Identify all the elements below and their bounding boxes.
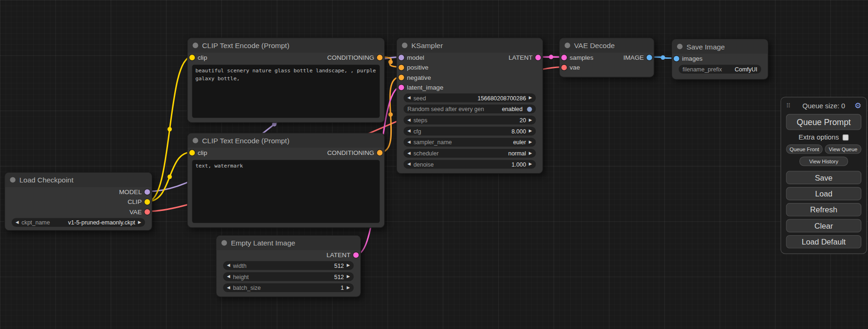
decrement-arrow-icon[interactable]: ◀	[408, 129, 411, 133]
node-title-bar: Save Image	[672, 39, 768, 54]
queue-prompt-button[interactable]: Queue Prompt	[786, 114, 861, 130]
load-default-button[interactable]: Load Default	[786, 235, 861, 248]
collapse-dot-icon[interactable]	[565, 42, 570, 48]
input-port-model: model	[399, 54, 424, 61]
input-port-dot[interactable]	[189, 55, 195, 60]
collapse-dot-icon[interactable]	[193, 42, 198, 48]
collapse-dot-icon[interactable]	[677, 44, 683, 49]
queue-front-button[interactable]: Queue Front	[786, 144, 823, 154]
increment-arrow-icon[interactable]: ▶	[529, 129, 532, 133]
input-port-dot[interactable]	[189, 150, 195, 155]
widget-denoise[interactable]: ◀denoise1.000▶	[403, 160, 536, 169]
widget-seed[interactable]: ◀seed156680208700286▶	[403, 93, 536, 102]
node-save-image[interactable]: Save Imageimagesfilename_prefixComfyUI	[671, 39, 768, 80]
output-port-IMAGE: IMAGE	[623, 54, 652, 61]
node-ksampler[interactable]: KSamplermodelLATENTpositivenegativelaten…	[396, 38, 543, 174]
widget-scheduler[interactable]: ◀schedulernormal▶	[403, 149, 536, 158]
node-empty-latent-image[interactable]: Empty Latent ImageLATENT◀width512▶◀heigh…	[216, 235, 361, 297]
view-queue-button[interactable]: View Queue	[825, 144, 861, 154]
node-vae-decode[interactable]: VAE DecodesamplesIMAGEvae	[559, 38, 654, 77]
input-port-dot[interactable]	[561, 65, 567, 70]
input-port-dot[interactable]	[399, 65, 404, 70]
widget-steps[interactable]: ◀steps20▶	[403, 116, 536, 125]
decrement-arrow-icon[interactable]: ◀	[408, 162, 411, 167]
input-port-dot[interactable]	[674, 56, 679, 62]
decrement-arrow-icon[interactable]: ◀	[227, 274, 230, 279]
drag-handle-icon[interactable]: ⠿	[786, 102, 791, 109]
widget-filename_prefix[interactable]: filename_prefixComfyUI	[679, 65, 762, 74]
output-port-label: CLIP	[127, 199, 141, 205]
collapse-dot-icon[interactable]	[10, 177, 15, 182]
output-port-dot[interactable]	[353, 252, 359, 258]
widget-Random seed after every gen[interactable]: Random seed after every genenabled	[403, 105, 536, 113]
increment-arrow-icon[interactable]: ▶	[346, 286, 350, 290]
port-row: modelLATENT	[397, 53, 543, 63]
decrement-arrow-icon[interactable]: ◀	[408, 140, 411, 144]
input-port-label: images	[682, 56, 703, 62]
increment-arrow-icon[interactable]: ▶	[346, 274, 350, 279]
input-port-label: samples	[570, 54, 593, 61]
input-port-dot[interactable]	[399, 84, 404, 90]
widget-sampler_name[interactable]: ◀sampler_nameeuler▶	[403, 138, 536, 147]
collapse-dot-icon[interactable]	[193, 138, 198, 143]
node-clip-text-encode-negative[interactable]: CLIP Text Encode (Prompt)clipCONDITIONIN…	[187, 133, 385, 228]
increment-arrow-icon[interactable]: ▶	[529, 151, 532, 155]
decrement-arrow-icon[interactable]: ◀	[227, 264, 230, 268]
increment-arrow-icon[interactable]: ▶	[529, 140, 532, 144]
save-button[interactable]: Save	[786, 171, 861, 184]
widget-batch_size[interactable]: ◀batch_size1▶	[223, 283, 354, 292]
prompt-textarea[interactable]: beautiful scenery nature glass bottle la…	[192, 65, 380, 118]
output-port-dot[interactable]	[647, 55, 652, 60]
widget-width[interactable]: ◀width512▶	[223, 261, 354, 270]
collapse-dot-icon[interactable]	[402, 42, 408, 48]
node-clip-text-encode-positive[interactable]: CLIP Text Encode (Prompt)clipCONDITIONIN…	[187, 38, 385, 123]
output-port-dot[interactable]	[377, 55, 382, 60]
widget-ckpt_name[interactable]: ◀ckpt_namev1-5-pruned-emaonly.ckpt▶	[12, 218, 145, 227]
widget-value: v1-5-pruned-emaonly.ckpt	[68, 219, 135, 225]
collapse-dot-icon[interactable]	[221, 240, 227, 246]
clear-button[interactable]: Clear	[786, 219, 861, 232]
increment-arrow-icon[interactable]: ▶	[529, 162, 532, 167]
widget-value: 512	[334, 273, 344, 280]
toggle-knob-icon[interactable]	[527, 106, 532, 112]
increment-arrow-icon[interactable]: ▶	[138, 220, 141, 224]
output-port-label: IMAGE	[623, 54, 644, 61]
increment-arrow-icon[interactable]: ▶	[529, 118, 532, 122]
widget-value: 8.000	[511, 128, 526, 134]
widget-label: cfg	[413, 128, 421, 134]
input-port-images: images	[674, 56, 703, 62]
decrement-arrow-icon[interactable]: ◀	[227, 286, 230, 290]
decrement-arrow-icon[interactable]: ◀	[15, 220, 19, 224]
widget-value: 20	[520, 117, 526, 123]
node-load-checkpoint[interactable]: Load CheckpointMODELCLIPVAE◀ckpt_namev1-…	[4, 172, 152, 231]
output-port-dot[interactable]	[144, 209, 150, 215]
decrement-arrow-icon[interactable]: ◀	[408, 151, 411, 155]
output-port-VAE: VAE	[129, 209, 150, 215]
queue-panel-header: ⠿ Queue size: 0 ⚙	[786, 101, 861, 111]
input-port-dot[interactable]	[561, 55, 567, 60]
widget-value: 512	[334, 262, 344, 269]
node-title-label: KSampler	[411, 41, 443, 49]
increment-arrow-icon[interactable]: ▶	[346, 264, 350, 268]
output-port-dot[interactable]	[144, 189, 150, 195]
extra-options-label: Extra options	[798, 133, 839, 141]
increment-arrow-icon[interactable]: ▶	[529, 96, 532, 100]
input-port-dot[interactable]	[399, 75, 404, 80]
node-graph-canvas[interactable]: Load CheckpointMODELCLIPVAE◀ckpt_namev1-…	[0, 0, 868, 329]
widget-height[interactable]: ◀height512▶	[223, 272, 354, 281]
widget-label: sampler_name	[413, 139, 452, 146]
extra-options-checkbox[interactable]	[843, 134, 849, 140]
prompt-textarea[interactable]: text, watermark	[192, 160, 380, 223]
output-port-dot[interactable]	[377, 150, 382, 155]
output-port-dot[interactable]	[144, 199, 150, 205]
settings-gear-icon[interactable]: ⚙	[854, 101, 861, 110]
decrement-arrow-icon[interactable]: ◀	[408, 96, 411, 100]
load-button[interactable]: Load	[786, 187, 861, 200]
output-port-dot[interactable]	[535, 55, 541, 60]
input-port-label: clip	[198, 54, 207, 61]
input-port-dot[interactable]	[399, 55, 404, 60]
view-history-button[interactable]: View History	[799, 157, 848, 166]
decrement-arrow-icon[interactable]: ◀	[408, 118, 411, 122]
widget-cfg[interactable]: ◀cfg8.000▶	[403, 127, 536, 136]
refresh-button[interactable]: Refresh	[786, 203, 861, 216]
